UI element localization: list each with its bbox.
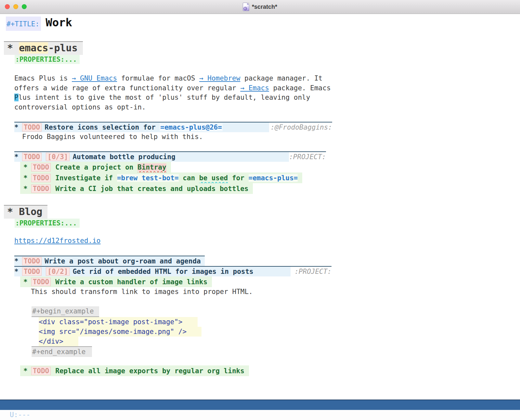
document-title: Work [46, 16, 72, 29]
properties-drawer[interactable]: :PROPERTIES:... [15, 55, 80, 64]
para-line-3: Plus intent is to give the most of 'plus… [14, 93, 520, 103]
grammar-flagged-words: be used [199, 174, 228, 182]
buffer: #+TITLE: Work * emacs-plus :PROPERTIES:.… [0, 14, 520, 400]
titlebar: *scratch* [0, 0, 520, 14]
verbatim-code: =brew test-bot= [117, 174, 179, 182]
todo-item-text: Replace all image exports by regular org… [55, 367, 244, 375]
todo-keyword-badge[interactable]: TODO [31, 163, 51, 172]
example-code-line: <img src="/images/some-image.png" /> [39, 327, 202, 337]
example-code-line: <div class="post-image post-image"> [39, 317, 198, 327]
org-tag-project[interactable]: :PROJECT: [289, 153, 326, 161]
todo-item-strip: *TODOWrite a CI job that creates and upl… [20, 183, 253, 194]
todo-heading-restore-icons[interactable]: *TODORestore icons selection for =emacs-… [14, 122, 332, 132]
window-title: *scratch* [252, 4, 277, 10]
heading-highlight: emacs [19, 42, 48, 54]
document-icon [243, 3, 249, 11]
org-meta-keyword: #+TITLE: [6, 17, 41, 31]
todo-keyword-badge[interactable]: TODO [22, 123, 42, 132]
todo-item-text: Write a custom handler of image links [55, 278, 207, 286]
modeline: U:--- work.org All of 1.3k (10,0) (Org ;… [0, 400, 520, 410]
todo-item-text: Write a CI job that creates and uploads … [55, 185, 248, 193]
todo-item-strip: *TODOCreate a project on Bintray [20, 162, 171, 172]
heading-star[interactable]: * [23, 367, 28, 375]
example-block-end: #+end_example [32, 346, 92, 357]
todo-keyword-badge[interactable]: TODO [31, 185, 51, 193]
todo-heading-get-rid[interactable]: *TODO[0/2]Get rid of embedded HTML for i… [14, 266, 332, 276]
emacs-window: *scratch* #+TITLE: Work * emacs-plus :PR… [0, 0, 520, 420]
todo-heading-automate[interactable]: *TODO[0/3]Automate bottle producing :PRO… [14, 151, 326, 162]
properties-drawer[interactable]: :PROPERTIES:... [15, 219, 80, 228]
todo-item-replace-exports[interactable]: *TODOReplace all image exports by regula… [20, 365, 520, 376]
todo-item-strip: *TODOReplace all image exports by regula… [20, 365, 249, 376]
todo-keyword-badge[interactable]: TODO [22, 267, 42, 276]
link-emacs[interactable]: → Emacs [240, 84, 269, 92]
text: formulae for macOS [117, 74, 199, 82]
text: Investigate if [55, 174, 117, 182]
heading-star[interactable]: * [23, 185, 28, 193]
para-line-1: Emacs Plus is → GNU Emacs formulae for m… [14, 74, 520, 83]
todo-keyword-badge[interactable]: TODO [22, 257, 42, 265]
text: Emacs Plus is [14, 74, 72, 82]
text: can [179, 174, 199, 182]
todo-heading-write-post[interactable]: *TODOWrite a post about org-roam and age… [14, 256, 205, 266]
progress-cookie[interactable]: [0/3] [46, 153, 70, 161]
org-tag-project[interactable]: :PROJECT: [294, 268, 332, 275]
todo-item-investigate[interactable]: *TODOInvestigate if =brew test-bot= can … [20, 172, 520, 183]
heading-star[interactable]: * [14, 153, 19, 161]
blog-link-line: https://d12frosted.io [14, 236, 520, 246]
todo-keyword-badge[interactable]: TODO [31, 174, 51, 182]
traffic-lights [5, 4, 27, 9]
todo-keyword-badge[interactable]: TODO [31, 367, 51, 375]
todo-item-handler[interactable]: *TODOWrite a custom handler of image lin… [20, 276, 520, 287]
todo-heading-strip: *TODORestore icons selection for =emacs-… [14, 122, 269, 132]
link-d12frosted[interactable]: https://d12frosted.io [14, 237, 101, 245]
org-tag-frodobaggins[interactable]: :@FrodoBaggins: [270, 123, 332, 131]
progress-cookie[interactable]: [0/2] [46, 267, 70, 276]
heading-emacs-plus[interactable]: * emacs-plus [4, 41, 83, 55]
text-cursor: P [14, 94, 19, 101]
todo-item-ci-job[interactable]: *TODOWrite a CI job that creates and upl… [20, 183, 520, 194]
heading-star[interactable]: * [14, 123, 19, 131]
verbatim-code: =emacs-plus@26= [160, 123, 223, 131]
paragraph-emacs-plus: Emacs Plus is → GNU Emacs formulae for m… [14, 74, 520, 112]
misspelled-word: Bintray [137, 163, 166, 171]
echo-area[interactable] [0, 410, 520, 420]
todo-heading-strip: *TODO[0/2]Get rid of embedded HTML for i… [14, 267, 291, 276]
todo-body-text: Frodo Baggins volunteered to help with t… [22, 132, 520, 142]
todo-item-text: Investigate if =brew test-bot= can be us… [55, 174, 298, 182]
example-code-line: </div> [39, 337, 78, 346]
todo-body-text: This should transform link to images int… [31, 287, 520, 297]
heading-star[interactable]: * [14, 257, 19, 265]
todo-heading-strip: *TODO[0/3]Automate bottle producing [14, 152, 289, 162]
todo-title: Write a post about org-roam and agenda [45, 257, 201, 265]
todo-item-strip: *TODOInvestigate if =brew test-bot= can … [20, 172, 302, 183]
link-gnu-emacs[interactable]: → GNU Emacs [72, 74, 117, 82]
todo-title: Automate bottle producing [72, 153, 175, 161]
modeline-status: U:--- [10, 410, 30, 420]
heading-text: -plus [48, 42, 77, 54]
text: lus intent is to give the most of 'plus'… [19, 94, 310, 101]
heading-star[interactable]: * [23, 278, 28, 286]
traffic-minimize-icon[interactable] [13, 4, 18, 9]
link-homebrew[interactable]: → Homebrew [199, 74, 240, 82]
example-block-begin: #+begin_example [32, 306, 99, 317]
text: package. Emacs [269, 84, 331, 92]
traffic-close-icon[interactable] [5, 4, 10, 9]
text: offers a wide rage of extra functionalit… [14, 84, 240, 92]
titlebar-center: *scratch* [243, 3, 277, 11]
todo-keyword-badge[interactable]: TODO [31, 278, 51, 286]
heading-star[interactable]: * [23, 163, 28, 171]
todo-item-strip: *TODOWrite a custom handler of image lin… [20, 276, 212, 287]
text: package manager. It [240, 74, 322, 82]
heading-star[interactable]: * [7, 42, 19, 54]
traffic-zoom-icon[interactable] [22, 4, 27, 9]
heading-star[interactable]: * [14, 268, 19, 275]
todo-keyword-badge[interactable]: TODO [22, 153, 42, 161]
heading-star[interactable]: * [23, 174, 28, 182]
todo-title: Get rid of embedded HTML for images in p… [72, 268, 253, 275]
heading-blog[interactable]: * Blog [4, 205, 47, 219]
heading-star[interactable]: * [7, 206, 19, 217]
verbatim-code: =emacs-plus= [249, 174, 298, 182]
todo-title: Restore icons selection for [45, 123, 160, 131]
todo-item-bintray[interactable]: *TODOCreate a project on Bintray [20, 162, 520, 172]
